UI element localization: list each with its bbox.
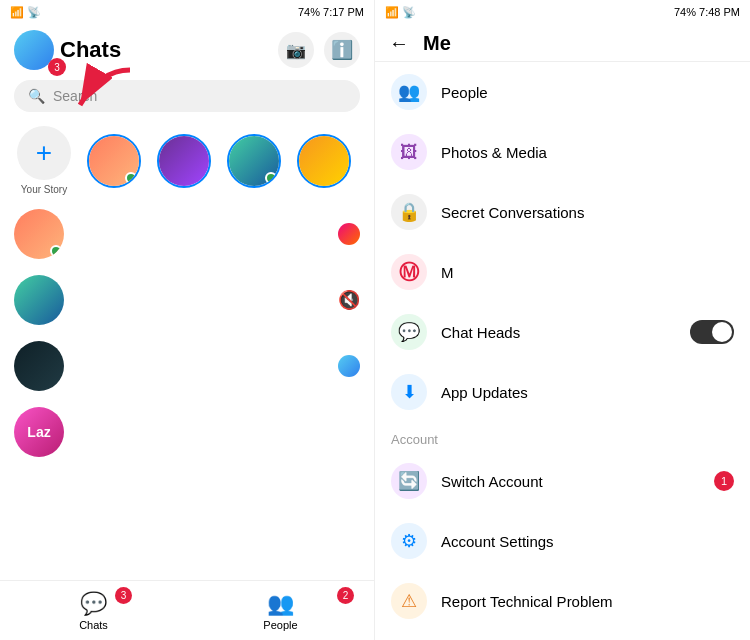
right-status-right: 74% 7:48 PM <box>674 6 740 18</box>
right-signal-icon: 📶 <box>385 6 399 18</box>
menu-item-secret[interactable]: 🔒 Secret Conversations <box>375 182 750 242</box>
people-nav-label: People <box>263 619 297 631</box>
menu-item-help[interactable]: ❓ Help <box>375 631 750 640</box>
stories-row: + Your Story <box>0 120 374 201</box>
menu-item-switch-account[interactable]: 🔄 Switch Account 1 <box>375 451 750 511</box>
online-indicator-1 <box>125 172 137 184</box>
menu-item-chat-heads[interactable]: 💬 Chat Heads <box>375 302 750 362</box>
chat-list: 🔇 Laz <box>0 201 374 580</box>
right-status-left: 📶 📡 <box>385 6 416 19</box>
search-placeholder: Search <box>53 88 97 104</box>
photos-menu-label: Photos & Media <box>441 144 734 161</box>
m-icon: Ⓜ <box>399 259 419 286</box>
chat-avatar-4: Laz <box>14 407 64 457</box>
add-story-button[interactable]: + <box>17 126 71 180</box>
search-icon: 🔍 <box>28 88 45 104</box>
story-avatar-4 <box>297 134 351 188</box>
people-badge: 2 <box>337 587 354 604</box>
back-button[interactable]: ← <box>389 32 409 55</box>
app-updates-menu-icon: ⬇ <box>391 374 427 410</box>
right-panel: 📶 📡 74% 7:48 PM ← Me 👥 People 🖼 Photos &… <box>375 0 750 640</box>
people-menu-icon: 👥 <box>391 74 427 110</box>
report-menu-label: Report Technical Problem <box>441 593 734 610</box>
right-title: Me <box>423 32 451 55</box>
mute-icon-2: 🔇 <box>338 289 360 311</box>
chat-avatar-inner-4: Laz <box>14 407 64 457</box>
chats-nav-icon: 💬 <box>80 591 107 617</box>
nav-people[interactable]: 👥 People 2 <box>187 581 374 640</box>
story-item-4[interactable] <box>294 134 354 188</box>
people-nav-icon: 👥 <box>267 591 294 617</box>
people-menu-label: People <box>441 84 734 101</box>
chat-item-1[interactable] <box>0 201 374 267</box>
toggle-knob <box>712 322 732 342</box>
menu-item-report[interactable]: ⚠ Report Technical Problem <box>375 571 750 631</box>
m-menu-icon: Ⓜ <box>391 254 427 290</box>
menu-item-photos[interactable]: 🖼 Photos & Media <box>375 122 750 182</box>
warning-icon: ⚠ <box>401 590 417 612</box>
chat-right-1 <box>338 223 360 245</box>
time-left: 7:17 PM <box>323 6 364 18</box>
camera-icon: 📷 <box>286 41 306 60</box>
chat-heads-toggle[interactable] <box>690 320 734 344</box>
chat-avatar-inner-2 <box>14 275 64 325</box>
switch-account-menu-label: Switch Account <box>441 473 700 490</box>
left-panel: 📶 📡 74% 7:17 PM 3 Chats 📷 ℹ️ <box>0 0 375 640</box>
account-settings-menu-icon: ⚙ <box>391 523 427 559</box>
story-item-2[interactable] <box>154 134 214 188</box>
account-settings-menu-label: Account Settings <box>441 533 734 550</box>
add-story-item[interactable]: + Your Story <box>14 126 74 195</box>
nav-chats[interactable]: 💬 Chats 3 <box>0 581 187 640</box>
chat-item-3[interactable] <box>0 333 374 399</box>
people-icon: 👥 <box>398 81 420 103</box>
user-avatar-container[interactable]: 3 <box>14 30 54 70</box>
m-menu-label: M <box>441 264 734 281</box>
switch-account-icon: 🔄 <box>398 470 420 492</box>
wifi-icon: 📡 <box>27 6 41 19</box>
chat-right-avatar-3 <box>338 355 360 377</box>
chats-nav-label: Chats <box>79 619 108 631</box>
menu-item-account-settings[interactable]: ⚙ Account Settings <box>375 511 750 571</box>
right-wifi-icon: 📡 <box>402 6 416 18</box>
camera-button[interactable]: 📷 <box>278 32 314 68</box>
story-avatar-2 <box>157 134 211 188</box>
photos-icon: 🖼 <box>400 142 418 163</box>
story-avatar-3 <box>227 134 281 188</box>
menu-list: 👥 People 🖼 Photos & Media 🔒 Secret Conve… <box>375 62 750 640</box>
secret-menu-label: Secret Conversations <box>441 204 734 221</box>
report-menu-icon: ⚠ <box>391 583 427 619</box>
add-story-label: Your Story <box>21 184 67 195</box>
menu-item-people[interactable]: 👥 People <box>375 62 750 122</box>
search-bar[interactable]: 🔍 Search <box>14 80 360 112</box>
chat-avatar-1 <box>14 209 64 259</box>
chat-avatar-inner-3 <box>14 341 64 391</box>
bottom-nav: 💬 Chats 3 👥 People 2 <box>0 580 374 640</box>
chat-item-2[interactable]: 🔇 <box>0 267 374 333</box>
switch-account-badge: 1 <box>714 471 734 491</box>
lock-icon: 🔒 <box>398 201 420 223</box>
app-updates-menu-label: App Updates <box>441 384 734 401</box>
chats-badge: 3 <box>115 587 132 604</box>
story-item-3[interactable] <box>224 134 284 188</box>
story-item-1[interactable] <box>84 134 144 188</box>
info-button[interactable]: ℹ️ <box>324 32 360 68</box>
menu-item-m[interactable]: Ⓜ M <box>375 242 750 302</box>
menu-item-app-updates[interactable]: ⬇ App Updates <box>375 362 750 422</box>
chat-right-avatar-1 <box>338 223 360 245</box>
battery-text: 74% <box>298 6 320 18</box>
chat-online-1 <box>50 245 62 257</box>
chat-avatar-3 <box>14 341 64 391</box>
photos-menu-icon: 🖼 <box>391 134 427 170</box>
chat-item-4[interactable]: Laz <box>0 399 374 465</box>
notification-badge: 3 <box>48 58 66 76</box>
story-avatar-inner-2 <box>159 136 209 186</box>
online-indicator-3 <box>265 172 277 184</box>
download-icon: ⬇ <box>402 381 417 403</box>
page-title: Chats <box>60 37 121 63</box>
left-status-bar: 📶 📡 74% 7:17 PM <box>0 0 374 24</box>
chat-right-3 <box>338 355 360 377</box>
chat-right-2: 🔇 <box>338 289 360 311</box>
secret-menu-icon: 🔒 <box>391 194 427 230</box>
chat-heads-menu-icon: 💬 <box>391 314 427 350</box>
chat-heads-icon: 💬 <box>398 321 420 343</box>
